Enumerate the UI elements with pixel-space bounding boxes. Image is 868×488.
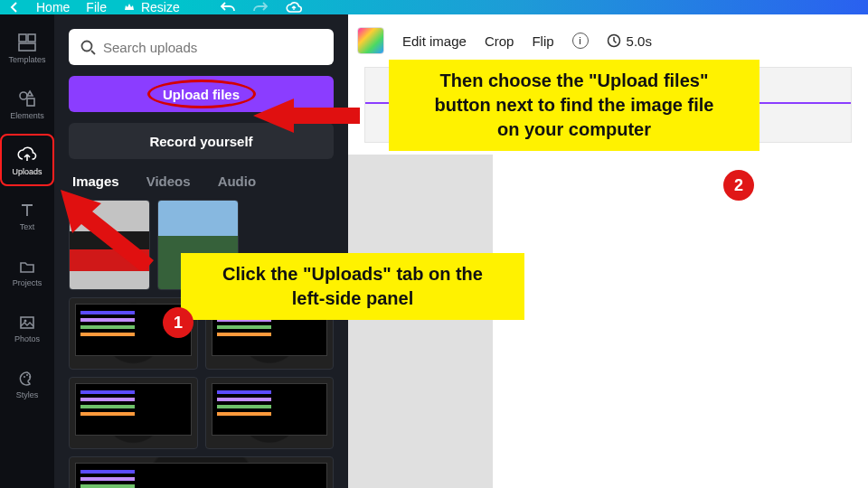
rail-label: Templates [8, 55, 45, 64]
rail-label: Elements [10, 111, 44, 120]
svg-marker-12 [253, 99, 360, 133]
callout-line: Then choose the "Upload files" [403, 69, 745, 93]
side-rail: Templates Elements Uploads Text Projects… [0, 14, 54, 488]
media-tabs: Images Videos Audio [69, 170, 334, 189]
svg-point-6 [24, 319, 27, 322]
rail-label: Styles [16, 390, 39, 399]
app-root: Home File Resize Templates Elements [0, 0, 868, 488]
annotation-callout: Then choose the "Upload files" button ne… [389, 60, 760, 151]
crown-icon [123, 1, 136, 14]
clock-icon [607, 33, 621, 48]
rail-templates[interactable]: Templates [2, 23, 52, 72]
edit-image-button[interactable]: Edit image [402, 33, 467, 49]
svg-point-3 [20, 92, 27, 99]
rail-uploads[interactable]: Uploads [2, 136, 52, 184]
templates-icon [17, 33, 37, 52]
svg-rect-4 [27, 99, 34, 106]
record-yourself-label: Record yourself [149, 134, 252, 149]
resize-label: Resize [141, 0, 180, 14]
tab-audio[interactable]: Audio [218, 174, 257, 189]
crop-button[interactable]: Crop [485, 33, 514, 49]
search-field[interactable] [103, 40, 323, 55]
redo-icon[interactable] [252, 1, 269, 14]
rail-elements[interactable]: Elements [2, 80, 52, 128]
rail-label: Text [20, 222, 35, 231]
rail-text[interactable]: Text [2, 192, 52, 240]
info-icon[interactable]: i [572, 33, 589, 49]
text-icon [18, 202, 36, 220]
svg-rect-2 [19, 43, 35, 51]
upload-thumbnail[interactable] [205, 377, 335, 449]
flip-button[interactable]: Flip [532, 33, 553, 49]
back-icon[interactable] [9, 2, 20, 13]
rail-projects[interactable]: Projects [2, 248, 52, 296]
duration-button[interactable]: 5.0s [607, 33, 652, 49]
rail-styles[interactable]: Styles [2, 360, 52, 408]
upload-thumbnail[interactable] [69, 456, 334, 488]
rail-label: Photos [14, 334, 40, 343]
svg-point-7 [24, 376, 25, 378]
callout-line: left-side panel [195, 286, 510, 311]
upload-thumbnail[interactable] [69, 377, 198, 449]
annotation-badge: 2 [723, 170, 754, 201]
svg-point-9 [29, 376, 31, 378]
projects-icon [18, 258, 36, 276]
svg-point-8 [26, 374, 28, 376]
top-bar: Home File Resize [0, 0, 868, 14]
callout-line: on your computer [403, 117, 745, 142]
annotation-circle [147, 80, 256, 108]
photos-icon [18, 314, 36, 332]
rail-label: Projects [13, 278, 42, 287]
annotation-callout: Click the "Uploads" tab on the left-side… [181, 253, 524, 320]
callout-line: Click the "Uploads" tab on the [195, 262, 510, 286]
styles-icon [18, 370, 36, 388]
svg-rect-0 [19, 34, 26, 42]
svg-rect-5 [21, 317, 33, 328]
search-input[interactable] [69, 29, 334, 65]
search-icon [80, 39, 96, 55]
tab-videos[interactable]: Videos [146, 174, 191, 189]
home-button[interactable]: Home [36, 0, 70, 14]
duration-label: 5.0s [627, 33, 652, 49]
resize-button[interactable]: Resize [123, 0, 180, 14]
svg-rect-1 [28, 34, 35, 42]
svg-marker-13 [61, 190, 154, 271]
undo-icon[interactable] [220, 1, 236, 14]
uploads-icon [17, 145, 37, 164]
color-picker[interactable] [357, 27, 384, 54]
annotation-badge: 1 [163, 307, 193, 338]
cloud-sync-icon[interactable] [285, 1, 303, 14]
annotation-arrow [253, 93, 362, 147]
svg-point-10 [82, 42, 92, 52]
canvas-toolbar: Edit image Crop Flip i 5.0s [357, 27, 652, 54]
rail-label: Uploads [12, 167, 42, 176]
tab-images[interactable]: Images [72, 174, 119, 189]
canvas-background [348, 155, 493, 488]
annotation-arrow [56, 190, 156, 271]
callout-line: button next to find the image file [403, 93, 745, 117]
rail-photos[interactable]: Photos [2, 304, 52, 352]
elements-icon [17, 89, 37, 108]
file-menu[interactable]: File [86, 0, 107, 14]
